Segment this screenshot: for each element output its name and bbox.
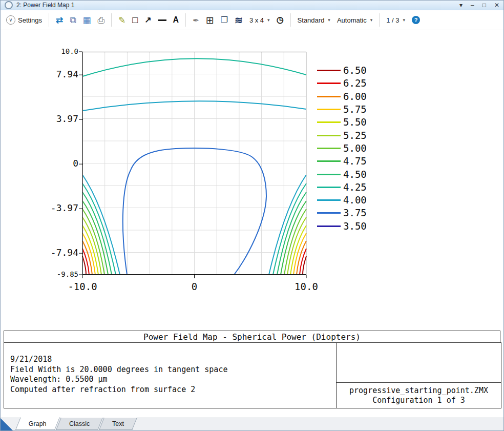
arrow-tool-button[interactable]: ↗ bbox=[143, 15, 153, 25]
x-axis-tick-label: -10.0 bbox=[68, 281, 97, 292]
standard-dropdown[interactable]: Standard ▾ bbox=[296, 15, 332, 25]
split-window-button[interactable]: ⊞ bbox=[204, 14, 216, 26]
automatic-dropdown[interactable]: Automatic ▾ bbox=[335, 15, 374, 25]
annotation-button[interactable]: ✒ bbox=[191, 15, 201, 25]
legend-color-line bbox=[317, 212, 341, 214]
copy-button[interactable]: ⧉ bbox=[68, 15, 77, 26]
contour-line-6.00 bbox=[82, 241, 92, 275]
y-axis-tick-label: -9.85 bbox=[27, 270, 78, 278]
legend-value-label: 6.50 bbox=[343, 66, 367, 75]
minimize-button[interactable]: – bbox=[471, 2, 474, 8]
refresh-button[interactable]: ⇄ bbox=[54, 15, 65, 26]
legend-color-line bbox=[317, 109, 341, 110]
close-button[interactable]: ✕ bbox=[494, 2, 499, 8]
chevron-down-icon: ▾ bbox=[267, 17, 270, 23]
layers-icon: ≋ bbox=[235, 15, 243, 25]
legend-entry: 4.50 bbox=[317, 168, 367, 180]
legend-value-label: 6.00 bbox=[343, 92, 367, 101]
file-info-box: progressive_starting_point.ZMX Configura… bbox=[336, 382, 501, 408]
y-axis-tick-label: 0 bbox=[27, 158, 78, 169]
legend-color-line bbox=[317, 187, 341, 188]
legend-color-line bbox=[317, 70, 341, 71]
toolbar-separator bbox=[185, 13, 186, 27]
legend-entry: 5.75 bbox=[317, 103, 367, 116]
toolbar-separator bbox=[290, 13, 291, 27]
legend-color-line bbox=[317, 135, 341, 136]
legend-value-label: 4.50 bbox=[343, 170, 367, 179]
print-button[interactable]: ⎙ bbox=[96, 15, 106, 26]
cascade-window-button[interactable]: ❐ bbox=[219, 15, 229, 25]
contour-line-4.00 bbox=[82, 175, 120, 275]
configuration-label: Configuration 1 of 3 bbox=[372, 396, 465, 405]
automatic-label: Automatic bbox=[337, 16, 367, 24]
legend-entry: 6.50 bbox=[317, 64, 367, 77]
rectangle-tool-button[interactable]: □ bbox=[131, 14, 139, 26]
legend-entry: 5.50 bbox=[317, 116, 367, 129]
layers-button[interactable]: ≋ bbox=[233, 14, 244, 26]
app-window: 2: Power Field Map 1 ▾ – □ ✕ ∨ Settings … bbox=[0, 0, 504, 431]
contour-plot bbox=[82, 52, 306, 275]
legend-entry: 5.00 bbox=[317, 142, 367, 155]
info-date: 9/21/2018 bbox=[10, 355, 330, 365]
grid-size-dropdown[interactable]: 3 x 4 ▾ bbox=[248, 15, 271, 25]
tab-classic[interactable]: Classic bbox=[56, 418, 103, 430]
settings-button[interactable]: ∨ Settings bbox=[5, 14, 44, 26]
text-icon: A bbox=[173, 16, 179, 24]
tab-text[interactable]: Text bbox=[99, 418, 137, 430]
legend-value-label: 4.75 bbox=[343, 156, 367, 166]
text-tool-button[interactable]: A bbox=[172, 15, 181, 25]
y-axis-tick-label: -3.97 bbox=[27, 203, 78, 214]
legend-color-line bbox=[317, 148, 341, 149]
page-label: 1 / 3 bbox=[386, 16, 399, 24]
app-icon bbox=[5, 1, 13, 9]
grid-size-label: 3 x 4 bbox=[249, 16, 264, 24]
contour-line-4.00 bbox=[269, 175, 306, 275]
toolbar-separator bbox=[379, 13, 380, 27]
line-tool-button[interactable] bbox=[157, 18, 168, 22]
toolbar-separator bbox=[49, 13, 49, 27]
legend-value-label: 5.50 bbox=[343, 117, 367, 127]
page-dropdown[interactable]: 1 / 3 ▾ bbox=[385, 15, 407, 25]
ink-pen-icon: ✒ bbox=[193, 16, 199, 24]
legend-color-line bbox=[317, 160, 341, 162]
y-axis-tick-label: 7.94 bbox=[27, 69, 78, 80]
x-axis-tick-label: 10.0 bbox=[295, 281, 318, 292]
x-axis-tick-label: 0 bbox=[192, 281, 197, 292]
legend-value-label: 3.75 bbox=[343, 208, 367, 218]
rectangle-icon: □ bbox=[132, 15, 138, 25]
chevron-down-icon: ▾ bbox=[328, 17, 330, 23]
window-menu-button[interactable]: ▾ bbox=[459, 2, 463, 8]
save-button[interactable]: ▦ bbox=[81, 15, 92, 26]
print-icon: ⎙ bbox=[97, 16, 104, 25]
legend-entry: 5.25 bbox=[317, 129, 367, 141]
auto-update-button[interactable]: ◷ bbox=[275, 15, 285, 25]
maximize-button[interactable]: □ bbox=[482, 2, 486, 8]
title-bar: 2: Power Field Map 1 ▾ – □ ✕ bbox=[1, 1, 503, 10]
legend-entry: 3.75 bbox=[317, 207, 367, 219]
pencil-tool-button[interactable]: ✎ bbox=[117, 15, 127, 26]
tab-graph[interactable]: Graph bbox=[15, 417, 60, 430]
legend-entry: 3.50 bbox=[317, 220, 367, 233]
chevron-down-icon: ▾ bbox=[403, 17, 406, 23]
help-button[interactable]: ? bbox=[410, 15, 422, 25]
cascade-windows-icon: ❐ bbox=[221, 16, 228, 24]
toolbar-separator bbox=[111, 13, 112, 27]
plot-title: Power Field Map - Spherical Power (Diopt… bbox=[4, 331, 500, 343]
legend-value-label: 6.25 bbox=[343, 78, 367, 88]
legend-entry: 4.25 bbox=[317, 181, 367, 194]
contour-line-6.50 bbox=[303, 256, 306, 275]
contour-line-6.00 bbox=[297, 241, 306, 275]
bottom-tab-bar: Graph Classic Text bbox=[1, 418, 503, 430]
chevron-down-icon: ▾ bbox=[370, 17, 373, 23]
y-axis-tick-label: -7.94 bbox=[27, 248, 78, 258]
legend-entry: 4.00 bbox=[317, 194, 367, 207]
info-field-width: Field Width is 20.0000 degrees in tangen… bbox=[10, 365, 330, 375]
info-empty-box bbox=[336, 342, 501, 383]
legend-value-label: 3.50 bbox=[343, 221, 367, 231]
info-surface: Computed after refraction from surface 2 bbox=[10, 385, 330, 395]
plot-info-box: 9/21/2018 Field Width is 20.0000 degrees… bbox=[4, 342, 337, 408]
help-icon: ? bbox=[412, 16, 420, 24]
legend-value-label: 5.25 bbox=[343, 131, 367, 140]
standard-label: Standard bbox=[298, 16, 325, 24]
line-icon bbox=[158, 19, 166, 21]
